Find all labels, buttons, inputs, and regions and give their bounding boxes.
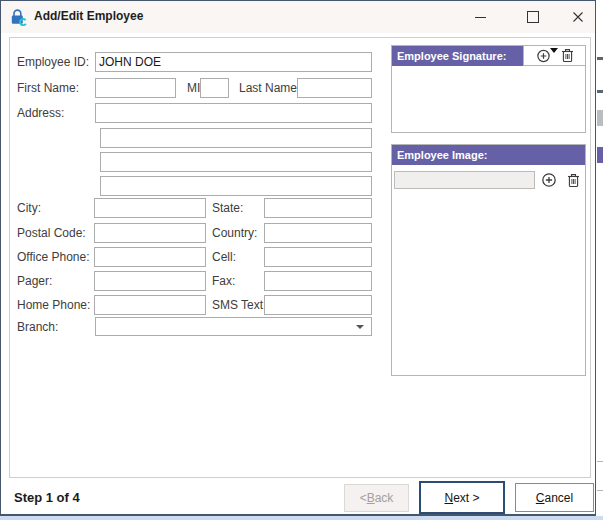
delete-image-button[interactable] — [567, 173, 580, 188]
fax-label: Fax: — [212, 274, 235, 288]
add-signature-button[interactable] — [536, 48, 551, 63]
address-line-2-input[interactable] — [100, 128, 372, 148]
city-input[interactable] — [94, 198, 206, 218]
postal-code-input[interactable] — [94, 223, 206, 243]
office-phone-label: Office Phone: — [17, 250, 90, 264]
first-name-input[interactable] — [95, 78, 176, 98]
cancel-button[interactable]: Cancel — [515, 483, 594, 512]
employee-id-input[interactable] — [95, 52, 372, 72]
address-line-1-input[interactable] — [95, 103, 372, 123]
address-line-4-input[interactable] — [100, 176, 372, 196]
postal-code-label: Postal Code: — [17, 226, 86, 240]
signature-title: Employee Signature: — [392, 46, 523, 66]
background-fragment — [597, 57, 603, 60]
screen: Add/Edit Employee Employee ID: First Nam… — [0, 0, 603, 520]
minimize-button[interactable] — [460, 1, 500, 33]
maximize-icon — [527, 11, 539, 23]
background-bottom-strip — [0, 516, 603, 520]
maximize-button[interactable] — [513, 1, 553, 33]
first-name-label: First Name: — [17, 81, 79, 95]
signature-canvas[interactable] — [392, 66, 585, 132]
delete-signature-button[interactable] — [561, 48, 574, 63]
city-label: City: — [17, 201, 41, 215]
mi-input[interactable] — [200, 78, 229, 98]
office-phone-input[interactable] — [94, 247, 206, 267]
last-name-input[interactable] — [297, 78, 372, 98]
state-input[interactable] — [264, 198, 372, 218]
signature-toolbar — [523, 46, 585, 66]
lock-sync-icon — [9, 8, 27, 26]
state-label: State: — [212, 201, 243, 215]
trash-icon — [561, 48, 574, 63]
home-phone-input[interactable] — [94, 295, 206, 315]
country-input[interactable] — [264, 223, 372, 243]
fax-input[interactable] — [264, 271, 372, 291]
image-content — [392, 165, 585, 376]
image-file-field[interactable] — [394, 171, 535, 189]
background-fragment — [597, 461, 603, 491]
country-label: Country: — [212, 226, 257, 240]
background-fragment — [597, 90, 603, 93]
add-edit-employee-dialog: Add/Edit Employee Employee ID: First Nam… — [0, 0, 596, 516]
home-phone-label: Home Phone: — [17, 298, 90, 312]
background-fragment — [597, 147, 603, 163]
employee-signature-panel: Employee Signature: — [391, 45, 586, 133]
image-title: Employee Image: — [392, 145, 585, 165]
minimize-icon — [475, 17, 486, 18]
titlebar[interactable]: Add/Edit Employee — [1, 1, 595, 33]
employee-image-panel: Employee Image: — [391, 144, 586, 376]
close-button[interactable] — [558, 1, 598, 33]
address-line-3-input[interactable] — [100, 152, 372, 172]
back-button[interactable]: < Back — [344, 484, 409, 512]
cell-label: Cell: — [212, 250, 236, 264]
cell-input[interactable] — [264, 247, 372, 267]
employee-id-label: Employee ID: — [17, 55, 89, 69]
background-fragment — [597, 110, 603, 126]
background-window-sliver — [597, 0, 603, 516]
branch-label: Branch: — [17, 320, 58, 334]
add-image-button[interactable] — [541, 172, 557, 188]
image-header: Employee Image: — [392, 145, 585, 165]
caret-down-icon — [356, 325, 364, 329]
plus-circle-icon — [536, 48, 551, 63]
window-title: Add/Edit Employee — [34, 9, 143, 23]
sms-text-input[interactable] — [264, 295, 372, 315]
pager-label: Pager: — [17, 274, 52, 288]
pager-input[interactable] — [94, 271, 206, 291]
last-name-label: Last Name: — [239, 81, 300, 95]
next-button[interactable]: Next > — [419, 481, 505, 514]
step-indicator: Step 1 of 4 — [14, 490, 80, 505]
trash-icon — [567, 173, 580, 188]
signature-header: Employee Signature: — [392, 46, 585, 66]
branch-dropdown[interactable] — [95, 317, 372, 336]
close-icon — [572, 11, 584, 23]
plus-circle-icon — [541, 172, 557, 188]
address-label: Address: — [17, 106, 64, 120]
sms-text-label: SMS Text: — [212, 298, 266, 312]
caret-down-icon[interactable] — [550, 48, 558, 53]
